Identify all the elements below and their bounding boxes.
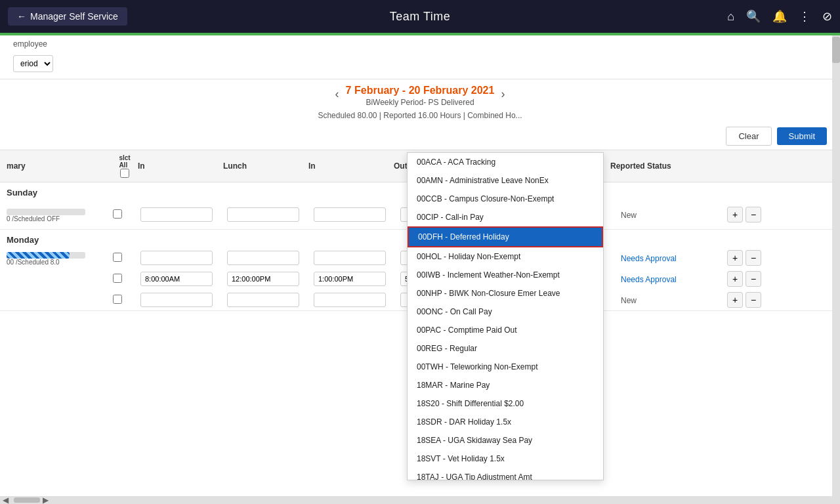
toolbar: Clear Submit (0, 123, 840, 150)
back-arrow-icon: ← (17, 11, 26, 22)
monday-add-btn-2[interactable]: + (727, 271, 743, 287)
monday-in-input-2[interactable] (140, 272, 213, 286)
monday-checkbox-cell-2 (113, 274, 139, 285)
period-select[interactable]: eriod (13, 55, 53, 72)
monday-lunch-input-3[interactable] (227, 293, 299, 307)
sunday-add-btn[interactable]: + (727, 207, 743, 222)
monday-remove-btn-1[interactable]: − (746, 250, 761, 266)
lunch-col: Lunch (223, 161, 308, 171)
monday-status-text-1: Needs Approval (621, 254, 677, 263)
combined-label: Combined Ho... (467, 111, 522, 120)
date-header: 7 February - 20 February 2021 BiWeekly P… (346, 79, 495, 108)
back-nav[interactable]: ← Manager Self Service (8, 7, 127, 26)
home-icon[interactable]: ⌂ (727, 10, 734, 24)
dropdown-item-00HOL[interactable]: 00HOL - Holiday Non-Exempt (408, 247, 603, 266)
monday-actions-3: + − (727, 292, 780, 308)
dropdown-item-18TAJ[interactable]: 18TAJ - UGA Tip Adjustment Amt (408, 468, 603, 480)
dropdown-item-00ONC[interactable]: 00ONC - On Call Pay (408, 303, 603, 321)
summary-col: mary (7, 161, 112, 171)
monday-scheduled: 00 /Scheduled 8.0 (7, 259, 112, 266)
monday-in-2 (140, 272, 226, 286)
monday-in2 (314, 251, 399, 265)
period-label: BiWeekly Period- PS Delivered (346, 98, 495, 107)
monday-in2-input-1[interactable] (314, 251, 386, 265)
monday-progress-container (7, 252, 85, 259)
select-all-checkbox[interactable] (120, 169, 129, 178)
monday-lunch-input-2[interactable] (227, 272, 299, 286)
bottom-scrollbar[interactable]: ◀ ▶ (0, 496, 832, 504)
dropdown-item-18SEA[interactable]: 18SEA - UGA Skidaway Sea Pay (408, 431, 603, 450)
monday-remove-btn-2[interactable]: − (746, 271, 761, 287)
monday-actions-2: + − (727, 271, 780, 287)
code-dropdown[interactable]: 00ACA - ACA Tracking00AMN - Administrati… (407, 152, 604, 480)
dropdown-item-18S20[interactable]: 18S20 - Shift Differential $2.00 (408, 394, 603, 413)
monday-checkbox-3[interactable] (113, 295, 122, 304)
bottom-thumb[interactable] (14, 497, 40, 503)
block-icon[interactable]: ⊘ (822, 9, 832, 24)
clear-button[interactable]: Clear (726, 127, 771, 146)
bell-icon[interactable]: 🔔 (772, 9, 787, 24)
submit-button[interactable]: Submit (777, 127, 827, 145)
in-col: In (138, 161, 223, 171)
monday-in2-input-3[interactable] (314, 293, 386, 307)
dropdown-item-00IWB[interactable]: 00IWB - Inclement Weather-Non-Exempt (408, 266, 603, 284)
sunday-remove-btn[interactable]: − (746, 207, 761, 222)
scheduled-label: Scheduled (318, 111, 355, 120)
monday-checkbox-1[interactable] (113, 253, 122, 262)
dropdown-item-18SVT[interactable]: 18SVT - Vet Holiday 1.5x (408, 450, 603, 468)
period-row: eriod (0, 49, 840, 79)
dropdown-item-00DFH[interactable]: 00DFH - Deferred Holiday (408, 226, 603, 247)
monday-in-input-1[interactable] (140, 251, 213, 265)
sunday-lunch-input[interactable] (227, 207, 299, 222)
sunday-checkbox[interactable] (113, 209, 122, 219)
monday-in-3 (140, 293, 226, 307)
monday-in-input-3[interactable] (140, 293, 213, 307)
dropdown-item-00CIP[interactable]: 00CIP - Call-in Pay (408, 208, 603, 226)
page-title: Team Time (390, 10, 451, 24)
employee-label: employee (0, 35, 840, 49)
slct-all-col: slctAll (112, 154, 138, 178)
sunday-checkbox-cell (113, 209, 139, 220)
monday-lunch-input-1[interactable] (227, 251, 299, 265)
sunday-in (140, 207, 226, 222)
dropdown-item-00CCB[interactable]: 00CCB - Campus Closure-Non-Exempt (408, 190, 603, 208)
next-date-btn[interactable]: › (494, 87, 511, 101)
sunday-lunch (227, 207, 312, 222)
sunday-in2-input[interactable] (314, 207, 386, 222)
sunday-status-text: New (621, 211, 637, 220)
more-vert-icon[interactable]: ⋮ (799, 9, 810, 24)
reported-value: 16.00 Hours (418, 111, 461, 120)
scrollbar-right[interactable] (832, 35, 840, 504)
dropdown-item-00TWH[interactable]: 00TWH - Teleworking Non-Exempt (408, 358, 603, 376)
dropdown-item-00NHP[interactable]: 00NHP - BIWK Non-Closure Emer Leave (408, 284, 603, 303)
sunday-in2 (314, 207, 399, 222)
dropdown-item-00ACA[interactable]: 00ACA - ACA Tracking (408, 153, 603, 171)
sunday-in-input[interactable] (140, 207, 213, 222)
monday-status: Needs Approval (621, 253, 726, 263)
monday-checkbox-cell-3 (113, 295, 139, 306)
dropdown-item-00PAC[interactable]: 00PAC - Comptime Paid Out (408, 321, 603, 339)
monday-remove-btn-3[interactable]: − (746, 292, 761, 308)
monday-lunch (227, 251, 312, 265)
prev-date-btn[interactable]: ‹ (329, 87, 346, 101)
slct-all-label: slctAll (119, 154, 130, 169)
reported-status-col: Reported Status (610, 161, 715, 171)
dropdown-item-18SDR[interactable]: 18SDR - DAR Holiday 1.5x (408, 413, 603, 431)
monday-checkbox-2[interactable] (113, 274, 122, 283)
monday-add-btn-3[interactable]: + (727, 292, 743, 308)
monday-in2-2 (314, 272, 399, 286)
scrollbar-thumb[interactable] (832, 37, 840, 63)
monday-in (140, 251, 226, 265)
scroll-left-btn[interactable]: ◀ (0, 495, 11, 504)
scheduled-value: 80.00 (357, 111, 377, 120)
monday-status-2: Needs Approval (621, 274, 726, 284)
monday-add-btn-1[interactable]: + (727, 250, 743, 266)
monday-in2-input-2[interactable] (314, 272, 386, 286)
dropdown-item-18MAR[interactable]: 18MAR - Marine Pay (408, 376, 603, 394)
sunday-scheduled: 0 /Scheduled OFF (7, 215, 112, 222)
scroll-right-btn[interactable]: ▶ (40, 495, 51, 504)
dropdown-item-00AMN[interactable]: 00AMN - Administrative Leave NonEx (408, 171, 603, 190)
dropdown-item-00REG[interactable]: 00REG - Regular (408, 339, 603, 358)
search-icon[interactable]: 🔍 (746, 9, 761, 24)
sunday-progress: 0 /Scheduled OFF (7, 207, 112, 222)
